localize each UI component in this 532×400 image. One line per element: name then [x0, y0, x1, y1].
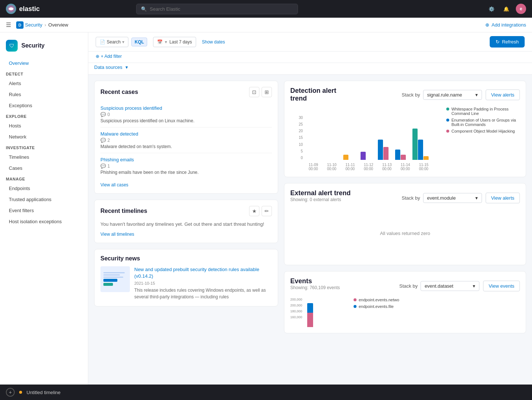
elastic-logo[interactable]: elastic: [6, 4, 40, 14]
case-comments-3: 1: [107, 164, 110, 169]
data-sources-toggle[interactable]: Data sources ▾: [94, 64, 526, 70]
recent-timelines-header: Recent timelines ★ ✏: [100, 206, 272, 216]
events-stack-by-row: Stack by event.dataset ▾: [399, 281, 479, 291]
timeline-name[interactable]: Untitled timeline: [26, 390, 61, 395]
legend-dot-3: [446, 130, 449, 133]
sidebar-item-rules[interactable]: Rules: [3, 89, 85, 100]
case-link-3[interactable]: Phishing emails: [100, 157, 134, 162]
data-sources-bar: Data sources ▾: [88, 63, 532, 75]
elastic-wordmark: elastic: [19, 5, 40, 13]
recent-cases-icon-btn-2[interactable]: ⊞: [262, 87, 272, 97]
detection-alert-title: Detection alert trend: [290, 87, 336, 102]
recent-cases-header: Recent cases ⊡ ⊞: [100, 87, 272, 97]
timeline-add-button[interactable]: +: [6, 388, 15, 397]
view-events-button[interactable]: View events: [483, 281, 520, 291]
events-stack-by-label: Stack by: [399, 283, 418, 289]
external-alert-card: External alert trend Showing: 0 external…: [284, 183, 526, 265]
case-desc-1: Suspicious process identified on Linux m…: [100, 118, 272, 123]
user-avatar[interactable]: e: [516, 4, 526, 14]
sidebar-logo-icon: 🛡: [6, 40, 18, 52]
news-link-1[interactable]: New and updated prebuilt security detect…: [134, 267, 259, 279]
case-comments-2: 2: [107, 138, 110, 143]
sidebar: 🛡 Security Overview Detect Alerts Rules …: [0, 32, 88, 400]
breadcrumb-security-link[interactable]: Security: [25, 22, 42, 28]
timelines-empty-text: You haven't favorited any timelines yet.…: [100, 221, 272, 228]
right-panel: Detection alert trend Stack by signal.ru…: [284, 81, 526, 333]
view-all-cases-link[interactable]: View all cases: [100, 182, 272, 187]
search-input[interactable]: [150, 6, 293, 12]
legend-item-3: Component Object Model Hijacking: [446, 129, 520, 133]
view-alerts-ext-button[interactable]: View alerts: [486, 193, 520, 203]
add-filter-link[interactable]: ⊕ + Add filter: [96, 54, 122, 59]
stack-by-row: Stack by signal.rule.name ▾: [402, 90, 482, 100]
filter-bar: 📄 Search ▾ KQL 📅 ▾ Last 7 days Show date…: [88, 32, 532, 52]
sidebar-item-endpoints[interactable]: Endpoints: [3, 183, 85, 194]
sidebar-item-event-filters[interactable]: Event filters: [3, 205, 85, 216]
settings-icon[interactable]: ⚙️: [486, 4, 497, 14]
events-controls: Stack by event.dataset ▾ View events: [399, 281, 520, 291]
events-stack-by-chevron-icon: ▾: [473, 283, 475, 289]
detection-chart-main: 302520151050: [290, 104, 443, 171]
security-news-title: Security news: [100, 255, 140, 262]
recent-cases-icon-btn-1[interactable]: ⊡: [249, 87, 259, 97]
events-header: Events Showing: 760,109 events Stack by …: [290, 277, 520, 295]
refresh-button[interactable]: ↻ Refresh: [490, 36, 525, 48]
add-filter-label: + Add filter: [101, 54, 122, 59]
add-integrations-button[interactable]: ⊕ Add integrations: [485, 22, 526, 28]
top-navigation: elastic 🔍 ⚙️ 🔔 e: [0, 0, 532, 18]
view-alerts-button[interactable]: View alerts: [486, 90, 520, 100]
news-thumbnail: [100, 266, 130, 292]
breadcrumb-bar: ☰ D Security › Overview ⊕ Add integratio…: [0, 18, 532, 32]
main-layout: 🛡 Security Overview Detect Alerts Rules …: [0, 32, 532, 400]
legend-label-1: Whitespace Padding in Process Command Li…: [451, 107, 520, 116]
sidebar-item-exceptions[interactable]: Exceptions: [3, 100, 85, 111]
show-dates-link[interactable]: Show dates: [202, 39, 225, 45]
external-alert-controls: Stack by event.module ▾ View alerts: [402, 193, 520, 203]
case-comments-1: 0: [107, 112, 110, 117]
global-search-bar[interactable]: 🔍: [136, 4, 298, 14]
sidebar-item-overview[interactable]: Overview: [3, 58, 85, 69]
refresh-label: Refresh: [502, 39, 519, 45]
bar-group-5: [395, 150, 409, 160]
comment-icon-3: 💬: [100, 164, 106, 169]
events-stack-by-select[interactable]: event.dataset ▾: [421, 281, 479, 291]
sidebar-item-trusted-apps[interactable]: Trusted applications: [3, 194, 85, 205]
breadcrumb-badge: D: [16, 21, 24, 29]
hamburger-menu[interactable]: ☰: [6, 21, 11, 28]
svg-point-1: [10, 8, 12, 10]
stack-by-value: signal.rule.name: [427, 92, 462, 98]
bar: [412, 129, 418, 160]
document-icon: 📄: [100, 39, 105, 45]
breadcrumb-current: Overview: [48, 22, 68, 28]
sidebar-item-hosts[interactable]: Hosts: [3, 120, 85, 131]
sidebar-item-timelines[interactable]: Timelines: [3, 152, 85, 162]
events-legend-item-2: endpoint.events.file: [354, 304, 399, 309]
sidebar-item-cases[interactable]: Cases: [3, 163, 85, 173]
case-item-1: Suspicious process identified 💬 0 Suspic…: [100, 102, 272, 127]
detection-chart-area: 302520151050: [290, 108, 443, 171]
case-link-1[interactable]: Suspicious process identified: [100, 105, 162, 111]
external-stack-by-select[interactable]: event.module ▾: [423, 193, 482, 203]
events-legend-item-1: endpoint.events.netwo: [354, 298, 399, 302]
case-link-2[interactable]: Malware detected: [100, 131, 138, 137]
notifications-icon[interactable]: 🔔: [501, 4, 511, 14]
events-bar-group: [307, 298, 313, 327]
sidebar-item-host-isolation[interactable]: Host isolation exceptions: [3, 216, 85, 227]
events-chart-area: 200,000 200,000 180,000 160,000: [290, 298, 520, 327]
timelines-star-btn[interactable]: ★: [249, 206, 259, 216]
recent-timelines-title: Recent timelines: [100, 208, 147, 214]
sidebar-item-network[interactable]: Network: [3, 131, 85, 142]
timelines-edit-btn[interactable]: ✏: [262, 206, 272, 216]
sidebar-item-alerts[interactable]: Alerts: [3, 78, 85, 89]
view-all-timelines-link[interactable]: View all timelines: [100, 232, 272, 237]
elastic-logo-icon: [6, 4, 16, 14]
date-picker[interactable]: 📅 ▾ Last 7 days: [153, 37, 196, 47]
bar: [378, 140, 383, 160]
legend-item-1: Whitespace Padding in Process Command Li…: [446, 107, 520, 116]
bar: [383, 147, 389, 160]
events-title: Events: [290, 277, 340, 285]
search-filter-input[interactable]: 📄 Search ▾: [96, 37, 128, 47]
stack-by-select[interactable]: signal.rule.name ▾: [423, 90, 482, 100]
kql-badge[interactable]: KQL: [131, 38, 147, 46]
search-icon: 🔍: [141, 6, 147, 12]
